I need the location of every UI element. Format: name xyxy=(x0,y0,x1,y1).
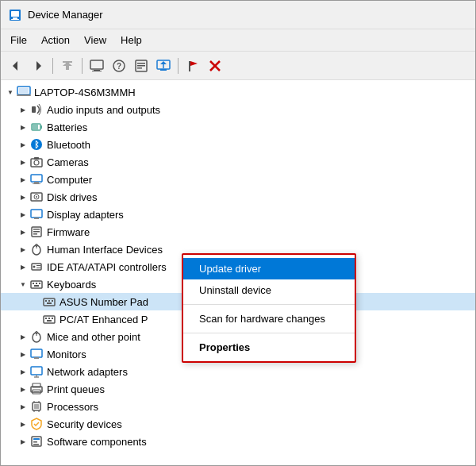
svg-point-36 xyxy=(34,160,39,165)
tree-node-network[interactable]: Network adapters xyxy=(1,363,475,380)
svg-rect-15 xyxy=(137,63,145,64)
expand-mice[interactable] xyxy=(17,328,29,345)
security-label: Security devices xyxy=(47,418,122,430)
tree-node-firmware[interactable]: Firmware xyxy=(1,223,475,241)
svg-rect-9 xyxy=(90,60,103,69)
expand-computer[interactable] xyxy=(17,171,29,188)
expand-batteries[interactable] xyxy=(17,118,29,136)
expand-keyboards[interactable] xyxy=(17,275,29,293)
mice-label: Mice and other point xyxy=(47,331,140,343)
tree-node-bluetooth[interactable]: ᛒ Bluetooth xyxy=(1,136,475,153)
expand-root[interactable] xyxy=(4,83,17,101)
expand-audio[interactable] xyxy=(17,101,29,118)
context-menu-uninstall[interactable]: Uninstall device xyxy=(183,279,355,301)
computer-button[interactable] xyxy=(86,56,107,76)
network-icon xyxy=(29,364,44,379)
tree-node-software[interactable]: Software components xyxy=(1,433,475,450)
device-manager-window: Device Manager File Action View Help xyxy=(0,0,476,466)
security-icon xyxy=(29,417,44,431)
context-menu-sep-1 xyxy=(183,304,355,305)
svg-rect-83 xyxy=(34,391,39,392)
monitor-button[interactable] xyxy=(153,56,174,76)
tree-node-processors[interactable]: Processors xyxy=(1,398,475,415)
svg-point-54 xyxy=(33,266,36,268)
toolbar-separator-3 xyxy=(178,58,178,74)
remove-button[interactable] xyxy=(205,56,225,76)
svg-rect-38 xyxy=(31,175,42,182)
forward-button[interactable] xyxy=(28,56,48,76)
expand-processors[interactable] xyxy=(17,398,29,415)
menu-file[interactable]: File xyxy=(4,32,33,48)
svg-rect-85 xyxy=(34,404,39,409)
processors-label: Processors xyxy=(47,401,98,413)
tree-node-computer[interactable]: Computer xyxy=(1,171,475,188)
menu-view[interactable]: View xyxy=(78,32,113,48)
expand-monitors[interactable] xyxy=(17,345,29,363)
tree-node-audio[interactable]: Audio inputs and outputs xyxy=(1,101,475,118)
ide-icon xyxy=(29,260,44,274)
tree-node-print[interactable]: Print queues xyxy=(1,380,475,398)
expand-print[interactable] xyxy=(17,380,29,398)
context-menu-update-driver[interactable]: Update driver xyxy=(183,258,355,279)
help-button[interactable]: ? xyxy=(109,56,129,76)
batteries-icon xyxy=(29,120,44,134)
expand-software[interactable] xyxy=(17,433,29,450)
svg-rect-16 xyxy=(137,65,145,67)
tree-node-display[interactable]: Display adapters xyxy=(1,206,475,223)
svg-rect-92 xyxy=(33,441,37,443)
svg-rect-66 xyxy=(47,302,52,304)
back-button[interactable] xyxy=(6,56,26,76)
title-bar: Device Manager xyxy=(1,1,475,29)
up-button[interactable] xyxy=(57,56,78,76)
expand-firmware[interactable] xyxy=(17,223,29,241)
tree-node-batteries[interactable]: Batteries xyxy=(1,118,475,136)
pcat-label: PC/AT Enhanced P xyxy=(60,314,148,325)
context-menu: Update driver Uninstall device Scan for … xyxy=(182,253,356,363)
svg-rect-71 xyxy=(47,320,52,322)
display-icon xyxy=(29,207,44,221)
network-label: Network adapters xyxy=(47,366,128,378)
svg-rect-40 xyxy=(33,183,40,184)
asus-numpad-icon xyxy=(42,295,56,309)
menu-help[interactable]: Help xyxy=(114,32,148,48)
toolbar-separator-1 xyxy=(52,58,53,74)
expand-security[interactable] xyxy=(17,415,29,433)
expand-disk[interactable] xyxy=(17,188,29,206)
svg-text:?: ? xyxy=(117,62,121,71)
expand-ide[interactable] xyxy=(17,258,29,275)
content-area: LAPTOP-4S6M3MMH Audio inputs and outputs xyxy=(1,80,475,465)
properties-button[interactable] xyxy=(131,56,152,76)
svg-rect-76 xyxy=(34,357,39,359)
tree-node-disk[interactable]: Disk drives xyxy=(1,188,475,206)
svg-rect-1 xyxy=(11,11,19,17)
tree-root[interactable]: LAPTOP-4S6M3MMH xyxy=(1,83,475,101)
svg-marker-23 xyxy=(190,61,198,66)
tree-node-security[interactable]: Security devices xyxy=(1,415,475,433)
tree-node-cameras[interactable]: Cameras xyxy=(1,153,475,171)
window-icon xyxy=(9,9,21,21)
audio-label: Audio inputs and outputs xyxy=(47,104,160,116)
svg-rect-28 xyxy=(17,94,31,96)
svg-rect-77 xyxy=(31,367,42,375)
svg-marker-4 xyxy=(13,61,17,71)
flag-button[interactable] xyxy=(182,56,203,76)
asus-numpad-label: ASUS Number Pad xyxy=(60,296,148,308)
expand-network[interactable] xyxy=(17,363,29,380)
software-label: Software components xyxy=(47,436,147,448)
mice-icon xyxy=(29,329,44,344)
context-menu-properties[interactable]: Properties xyxy=(183,337,355,358)
expand-cameras[interactable] xyxy=(17,153,29,171)
expand-display[interactable] xyxy=(17,206,29,223)
context-menu-scan[interactable]: Scan for hardware changes xyxy=(183,308,355,329)
software-icon xyxy=(29,434,44,449)
monitors-label: Monitors xyxy=(47,349,86,360)
expand-bluetooth[interactable] xyxy=(17,136,29,153)
computer-label: Computer xyxy=(47,174,92,186)
display-label: Display adapters xyxy=(47,209,124,221)
print-label: Print queues xyxy=(47,383,105,395)
menu-action[interactable]: Action xyxy=(35,32,76,48)
expand-hid[interactable] xyxy=(17,241,29,258)
toolbar: ? xyxy=(1,52,475,80)
svg-rect-17 xyxy=(137,67,142,69)
svg-rect-57 xyxy=(31,281,42,288)
